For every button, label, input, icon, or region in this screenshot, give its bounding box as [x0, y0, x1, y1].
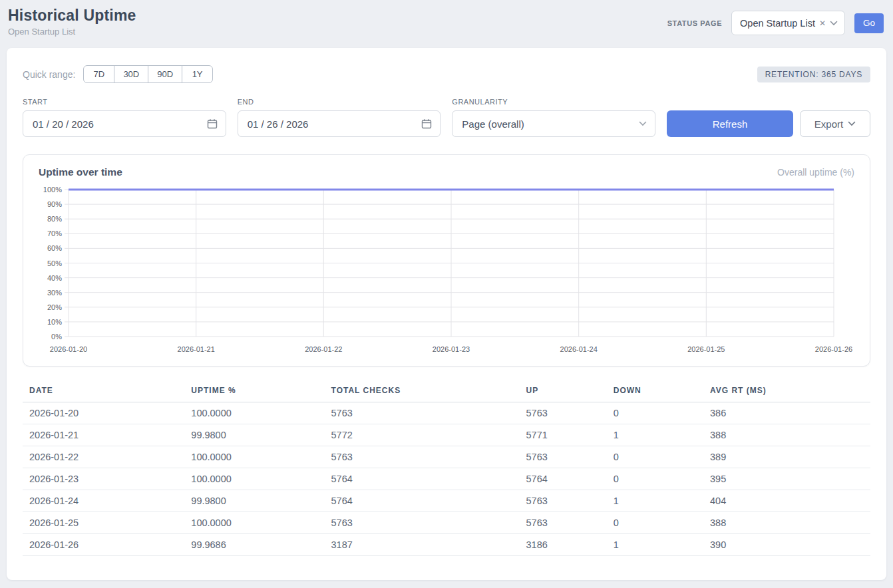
chart-header: Uptime over time Overall uptime (%) — [37, 166, 856, 178]
table-cell: 2026-01-23 — [23, 468, 184, 490]
quick-range-button-90d[interactable]: 90D — [148, 65, 182, 83]
start-date-value: 01 / 20 / 2026 — [33, 118, 94, 130]
end-date-field: END 01 / 26 / 2026 — [238, 98, 441, 137]
quick-range-button-30d[interactable]: 30D — [114, 65, 148, 83]
table-cell: 5763 — [520, 402, 607, 424]
table-cell: 395 — [703, 468, 870, 490]
svg-text:2026-01-24: 2026-01-24 — [560, 345, 598, 353]
status-page-label: STATUS PAGE — [667, 19, 722, 27]
table-cell: 3187 — [325, 534, 520, 556]
table-cell: 404 — [703, 490, 870, 512]
svg-text:40%: 40% — [47, 274, 62, 282]
table-cell: 2026-01-21 — [23, 424, 184, 446]
svg-text:2026-01-22: 2026-01-22 — [305, 345, 342, 353]
svg-text:60%: 60% — [47, 244, 62, 252]
status-page-value: Open Startup List — [740, 18, 815, 29]
table-cell: 5764 — [325, 490, 520, 512]
end-label: END — [238, 98, 441, 106]
page-header: Historical Uptime Open Startup List STAT… — [0, 0, 893, 48]
table-cell: 0 — [607, 446, 703, 468]
table-cell: 2026-01-24 — [23, 490, 184, 512]
chevron-down-icon — [848, 121, 856, 126]
chevron-down-icon — [639, 121, 647, 126]
table-cell: 5763 — [325, 446, 520, 468]
end-date-value: 01 / 26 / 2026 — [248, 118, 309, 130]
start-date-input[interactable]: 01 / 20 / 2026 — [23, 110, 226, 137]
table-cell: 390 — [703, 534, 870, 556]
table-cell: 388 — [703, 424, 870, 446]
svg-text:20%: 20% — [47, 303, 62, 311]
table-cell: 0 — [607, 402, 703, 424]
table-cell: 99.9800 — [184, 424, 324, 446]
chart-title: Uptime over time — [39, 166, 122, 178]
table-cell: 5763 — [325, 402, 520, 424]
table-cell: 5763 — [520, 446, 607, 468]
table-cell: 386 — [703, 402, 870, 424]
svg-text:100%: 100% — [43, 186, 62, 194]
column-header: AVG RT (MS) — [703, 382, 870, 402]
column-header: TOTAL CHECKS — [325, 382, 520, 402]
svg-text:2026-01-25: 2026-01-25 — [687, 345, 725, 353]
table-row: 2026-01-2699.9686318731861390 — [23, 534, 870, 556]
quick-range-group: 7D30D90D1Y — [83, 65, 213, 83]
uptime-table: DATEUPTIME %TOTAL CHECKSUPDOWNAVG RT (MS… — [23, 382, 870, 556]
svg-text:2026-01-21: 2026-01-21 — [178, 345, 215, 353]
table-cell: 0 — [607, 512, 703, 534]
uptime-chart-svg: 0%10%20%30%40%50%60%70%80%90%100%2026-01… — [37, 184, 856, 354]
table-cell: 5764 — [325, 468, 520, 490]
table-cell: 2026-01-20 — [23, 402, 184, 424]
granularity-value: Page (overall) — [462, 118, 524, 130]
filters-row: START 01 / 20 / 2026 END 01 / 26 / 2026 … — [23, 98, 870, 137]
topbar-right: STATUS PAGE Open Startup List ✕ Go — [667, 11, 884, 35]
table-cell: 5771 — [520, 424, 607, 446]
clear-icon[interactable]: ✕ — [819, 19, 826, 27]
status-page-select[interactable]: Open Startup List ✕ — [731, 11, 845, 35]
calendar-icon[interactable] — [207, 118, 218, 129]
svg-text:2026-01-20: 2026-01-20 — [50, 345, 87, 353]
table-cell: 5763 — [520, 490, 607, 512]
column-header: DOWN — [607, 382, 703, 402]
page-title: Historical Uptime — [8, 7, 136, 25]
table-cell: 3186 — [520, 534, 607, 556]
title-block: Historical Uptime Open Startup List — [8, 7, 136, 37]
granularity-select[interactable]: Page (overall) — [452, 110, 655, 137]
export-label: Export — [814, 118, 843, 130]
start-date-field: START 01 / 20 / 2026 — [23, 98, 226, 137]
granularity-label: GRANULARITY — [452, 98, 655, 106]
table-row: 2026-01-22100.0000576357630389 — [23, 446, 870, 468]
table-row: 2026-01-2499.9800576457631404 — [23, 490, 870, 512]
svg-text:2026-01-26: 2026-01-26 — [815, 345, 852, 353]
table-cell: 1 — [607, 424, 703, 446]
refresh-button[interactable]: Refresh — [667, 110, 793, 137]
calendar-icon[interactable] — [421, 118, 432, 129]
column-header: UP — [520, 382, 607, 402]
table-row: 2026-01-2199.9800577257711388 — [23, 424, 870, 446]
table-cell: 5772 — [325, 424, 520, 446]
svg-text:30%: 30% — [47, 289, 62, 297]
svg-text:0%: 0% — [51, 333, 62, 341]
granularity-field: GRANULARITY Page (overall) — [452, 98, 655, 137]
table-cell: 388 — [703, 512, 870, 534]
table-header-row: DATEUPTIME %TOTAL CHECKSUPDOWNAVG RT (MS… — [23, 382, 870, 402]
svg-text:2026-01-23: 2026-01-23 — [433, 345, 470, 353]
table-cell: 2026-01-26 — [23, 534, 184, 556]
svg-text:70%: 70% — [47, 229, 62, 237]
svg-text:80%: 80% — [47, 215, 62, 223]
go-button[interactable]: Go — [854, 13, 884, 33]
table-cell: 99.9800 — [184, 490, 324, 512]
table-row: 2026-01-23100.0000576457640395 — [23, 468, 870, 490]
chart-legend: Overall uptime (%) — [777, 167, 854, 178]
quick-range-button-1y[interactable]: 1Y — [182, 65, 213, 83]
table-cell: 99.9686 — [184, 534, 324, 556]
table-cell: 1 — [607, 490, 703, 512]
export-button[interactable]: Export — [800, 110, 870, 137]
svg-text:90%: 90% — [47, 200, 62, 208]
quick-range-button-7d[interactable]: 7D — [83, 65, 114, 83]
table-cell: 100.0000 — [184, 402, 324, 424]
quick-range-label: Quick range: — [23, 69, 75, 80]
end-date-input[interactable]: 01 / 26 / 2026 — [238, 110, 441, 137]
chart-card: Uptime over time Overall uptime (%) 0%10… — [23, 154, 870, 367]
table-cell: 389 — [703, 446, 870, 468]
table-cell: 2026-01-22 — [23, 446, 184, 468]
table-cell: 100.0000 — [184, 446, 324, 468]
